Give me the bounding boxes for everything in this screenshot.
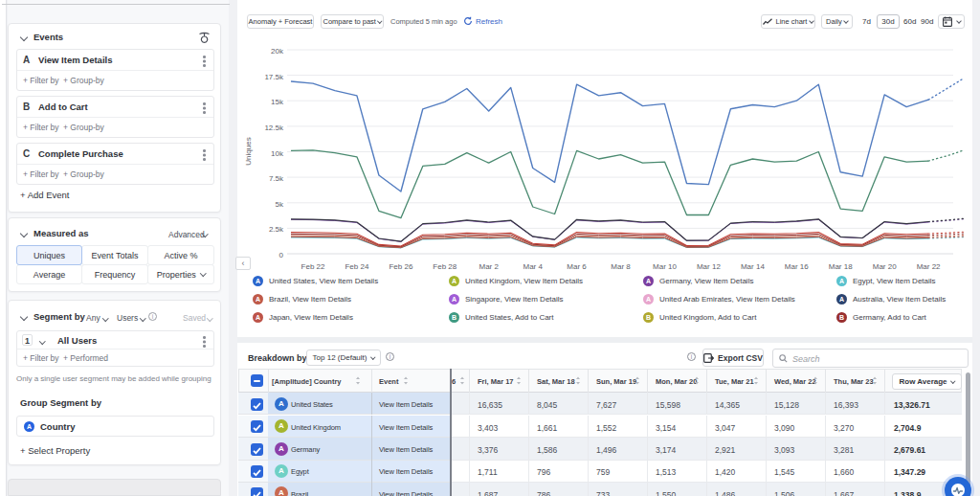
svg-text:12.5k: 12.5k <box>264 124 284 132</box>
svg-text:Feb 26: Feb 26 <box>389 262 412 271</box>
svg-text:0: 0 <box>279 251 284 259</box>
svg-text:Mar 14: Mar 14 <box>741 262 765 271</box>
svg-text:Mar 16: Mar 16 <box>785 262 809 271</box>
svg-text:Mar 10: Mar 10 <box>653 262 677 271</box>
svg-text:Mar 6: Mar 6 <box>567 262 587 271</box>
svg-text:Uniques: Uniques <box>244 137 253 165</box>
svg-text:Mar 20: Mar 20 <box>873 262 897 271</box>
svg-text:17.5k: 17.5k <box>264 73 284 81</box>
svg-text:Feb 24: Feb 24 <box>345 262 368 271</box>
svg-text:5k: 5k <box>276 200 284 209</box>
svg-text:Mar 8: Mar 8 <box>611 262 631 271</box>
svg-text:10k: 10k <box>271 149 284 158</box>
svg-text:Mar 4: Mar 4 <box>523 262 543 271</box>
svg-text:2.5k: 2.5k <box>269 225 284 234</box>
svg-text:Mar 18: Mar 18 <box>829 262 853 271</box>
svg-text:20k: 20k <box>271 47 284 56</box>
svg-text:15k: 15k <box>271 98 284 106</box>
svg-text:7.5k: 7.5k <box>269 174 284 183</box>
svg-text:Feb 22: Feb 22 <box>301 262 325 271</box>
svg-text:Feb 28: Feb 28 <box>433 262 457 271</box>
svg-text:Mar 22: Mar 22 <box>917 262 941 271</box>
svg-text:Mar 2: Mar 2 <box>479 262 499 271</box>
svg-text:Mar 12: Mar 12 <box>697 262 721 271</box>
